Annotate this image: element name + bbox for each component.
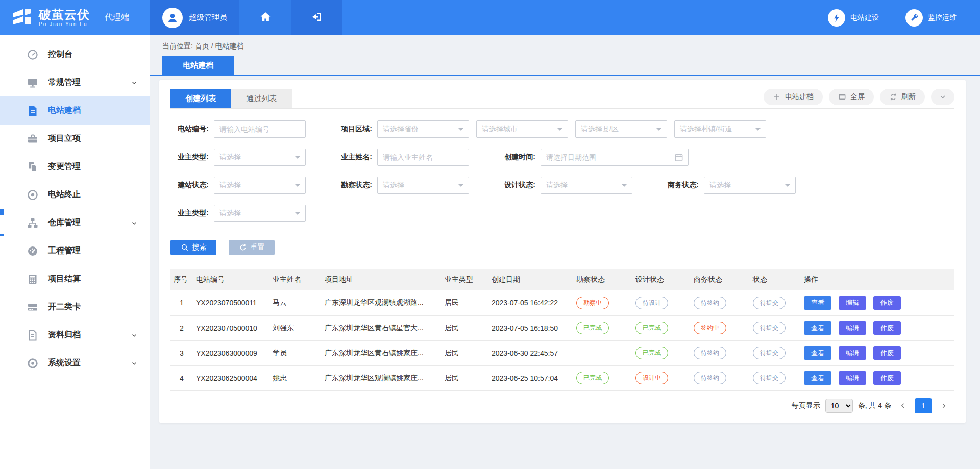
design-status-select[interactable]: 请选择 — [541, 177, 632, 194]
col-seq: 序号 — [170, 269, 193, 290]
collapse-toolbar-button[interactable] — [931, 89, 954, 105]
cell-code: YX2023063000009 — [193, 340, 270, 365]
cell-code: YX2023070500010 — [193, 315, 270, 340]
edit-button[interactable]: 编辑 — [839, 371, 866, 385]
sidebar-item-station-archive[interactable]: 电站建档 — [0, 96, 150, 125]
survey-status-badge: 已完成 — [576, 322, 609, 334]
view-button[interactable]: 查看 — [804, 371, 831, 385]
survey-status-select[interactable]: 请选择 — [377, 177, 469, 194]
tab-create-list[interactable]: 创建列表 — [170, 89, 231, 108]
sidebar-item-label: 系统设置 — [48, 358, 81, 368]
archive-icon — [27, 329, 39, 341]
refresh-button[interactable]: 刷新 — [880, 89, 925, 105]
owner-type-select[interactable]: 请选择 — [214, 149, 306, 166]
station-code-input[interactable] — [214, 120, 306, 138]
sidebar-item-change-mgmt[interactable]: 变更管理 — [0, 153, 150, 181]
filter-form: 电站编号: 项目区域: 请选择省份 请选择城市 请选择县/区 请选择村镇/街道 … — [170, 120, 954, 222]
sidebar-item-data-archive[interactable]: 资料归档 — [0, 321, 150, 349]
district-select[interactable]: 请选择县/区 — [575, 120, 667, 138]
total-count-label: 条, 共 4 条 — [858, 401, 891, 410]
province-select[interactable]: 请选择省份 — [377, 120, 469, 138]
sidebar-item-label: 项目立项 — [48, 133, 81, 144]
sidebar-item-label: 常规管理 — [48, 77, 81, 88]
edit-button[interactable]: 编辑 — [839, 321, 866, 335]
pagination: 每页显示 10 条, 共 4 条 1 — [170, 398, 954, 413]
user-menu[interactable]: 超级管理员 — [150, 0, 239, 35]
col-address: 项目地址 — [322, 269, 442, 290]
breadcrumb-path[interactable]: 首页 / 电站建档 — [195, 42, 244, 50]
refresh-icon — [889, 93, 897, 101]
nav-station-construction[interactable]: 电站建设 — [828, 9, 879, 27]
create-station-button[interactable]: 电站建档 — [764, 89, 823, 105]
card-icon — [27, 301, 39, 313]
sidebar-item-label: 电站终止 — [48, 189, 81, 200]
build-status-select[interactable]: 请选择 — [214, 177, 306, 194]
sidebar-item-open-card[interactable]: 开二类卡 — [0, 293, 150, 321]
void-button[interactable]: 作废 — [873, 321, 901, 335]
project-region-label: 项目区域: — [334, 125, 377, 134]
owner-type2-select[interactable]: 请选择 — [214, 205, 306, 222]
build-status-label: 建站状态: — [170, 181, 214, 190]
logout-button[interactable] — [291, 0, 342, 35]
cell-type: 居民 — [442, 315, 488, 340]
sidebar-item-console[interactable]: 控制台 — [0, 40, 150, 68]
view-button[interactable]: 查看 — [804, 296, 831, 310]
cell-seq: 2 — [170, 315, 193, 340]
edit-button[interactable]: 编辑 — [839, 346, 866, 360]
sidebar-item-project-initiation[interactable]: 项目立项 — [0, 125, 150, 153]
home-icon — [259, 11, 272, 25]
date-range-input[interactable] — [541, 149, 689, 166]
col-design: 设计状态 — [632, 269, 691, 290]
col-actions: 操作 — [801, 269, 954, 290]
col-business: 商务状态 — [691, 269, 750, 290]
owner-type2-label: 业主类型: — [170, 209, 214, 218]
calculator-icon — [27, 273, 39, 285]
fullscreen-button[interactable]: 全屏 — [829, 89, 874, 105]
chevron-down-icon — [131, 79, 138, 86]
logo-icon — [11, 8, 33, 28]
sidebar-item-engineering-mgmt[interactable]: 工程管理 — [0, 237, 150, 265]
sidebar-item-label: 项目结算 — [48, 274, 81, 284]
prev-page-button[interactable] — [896, 398, 910, 413]
cell-type: 居民 — [442, 290, 488, 315]
chevron-down-icon — [939, 93, 947, 101]
cell-address: 广东深圳龙华区观澜镇观湖路... — [322, 290, 442, 315]
design-status-label: 设计状态: — [497, 181, 541, 190]
nav-monitoring-ops[interactable]: 监控运维 — [905, 9, 957, 27]
edit-button[interactable]: 编辑 — [839, 296, 866, 310]
briefcase-icon — [27, 133, 39, 145]
per-page-select[interactable]: 10 — [825, 399, 853, 413]
cell-type: 居民 — [442, 365, 488, 390]
sidebar-item-system-settings[interactable]: 系统设置 — [0, 349, 150, 377]
void-button[interactable]: 作废 — [873, 296, 901, 310]
page-tab-station-archive[interactable]: 电站建档 — [162, 56, 234, 75]
village-select[interactable]: 请选择村镇/街道 — [674, 120, 766, 138]
business-status-select[interactable]: 请选择 — [704, 177, 796, 194]
tab-passed-list[interactable]: 通过列表 — [231, 89, 292, 108]
station-code-label: 电站编号: — [170, 125, 214, 134]
sidebar-item-general-mgmt[interactable]: 常规管理 — [0, 68, 150, 96]
sidebar-item-label: 电站建档 — [48, 105, 81, 116]
table-row: 3 YX2023063000009 学员 广东深圳龙华区黄石镇姚家庄... 居民… — [170, 340, 954, 365]
reset-button[interactable]: 重置 — [229, 240, 275, 255]
void-button[interactable]: 作废 — [873, 371, 901, 385]
search-button[interactable]: 搜索 — [170, 240, 216, 255]
sidebar-item-project-settlement[interactable]: 项目结算 — [0, 265, 150, 293]
view-button[interactable]: 查看 — [804, 321, 831, 335]
table-row: 2 YX2023070500010 刘强东 广东深圳龙华区黄石镇星官大... 居… — [170, 315, 954, 340]
logo-title: 破茧云伏 — [39, 8, 90, 21]
refresh-label: 刷新 — [901, 92, 916, 102]
city-select[interactable]: 请选择城市 — [476, 120, 568, 138]
sidebar-item-warehouse-mgmt[interactable]: 仓库管理 — [0, 209, 150, 237]
view-button[interactable]: 查看 — [804, 346, 831, 360]
next-page-button[interactable] — [937, 398, 950, 413]
void-button[interactable]: 作废 — [873, 346, 901, 360]
page-number-button[interactable]: 1 — [915, 398, 932, 413]
sidebar-item-station-termination[interactable]: 电站终止 — [0, 181, 150, 209]
chevron-right-icon — [940, 402, 947, 409]
home-button[interactable] — [239, 0, 291, 35]
owner-name-input[interactable] — [377, 149, 469, 166]
business-status-badge: 待签约 — [694, 372, 726, 384]
status-badge: 待提交 — [753, 322, 786, 334]
caret-down-icon — [656, 128, 662, 133]
